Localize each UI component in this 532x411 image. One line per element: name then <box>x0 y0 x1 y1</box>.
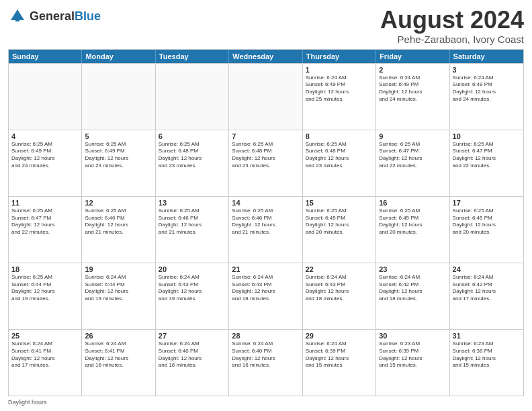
cal-cell: 4Sunrise: 6:25 AM Sunset: 6:49 PM Daylig… <box>9 130 82 196</box>
header-cell-tuesday: Tuesday <box>156 50 229 63</box>
logo-general: General <box>30 9 75 23</box>
cal-cell: 16Sunrise: 6:25 AM Sunset: 6:45 PM Dayli… <box>376 197 449 263</box>
logo-icon <box>8 7 27 26</box>
cell-text: Sunrise: 6:25 AM Sunset: 6:48 PM Dayligh… <box>232 141 299 170</box>
cal-cell: 11Sunrise: 6:25 AM Sunset: 6:47 PM Dayli… <box>9 197 82 263</box>
day-number: 1 <box>306 66 373 74</box>
cal-row-3: 18Sunrise: 6:25 AM Sunset: 6:44 PM Dayli… <box>9 263 523 329</box>
day-number: 21 <box>232 265 299 273</box>
logo: GeneralBlue <box>8 7 101 26</box>
day-number: 30 <box>379 332 446 340</box>
day-number: 25 <box>11 332 79 340</box>
day-number: 8 <box>306 132 373 140</box>
day-number: 27 <box>159 332 226 340</box>
day-number: 23 <box>379 265 446 273</box>
cal-cell: 13Sunrise: 6:25 AM Sunset: 6:46 PM Dayli… <box>156 197 229 263</box>
main-title: August 2024 <box>380 7 524 34</box>
header-cell-wednesday: Wednesday <box>229 50 302 63</box>
day-number: 17 <box>453 199 521 207</box>
cal-cell <box>229 64 302 130</box>
cell-text: Sunrise: 6:25 AM Sunset: 6:49 PM Dayligh… <box>11 141 79 170</box>
cell-text: Sunrise: 6:25 AM Sunset: 6:46 PM Dayligh… <box>159 208 226 236</box>
day-number: 18 <box>11 265 79 273</box>
cal-cell: 10Sunrise: 6:25 AM Sunset: 6:47 PM Dayli… <box>450 130 523 196</box>
cell-text: Sunrise: 6:24 AM Sunset: 6:40 PM Dayligh… <box>159 340 226 369</box>
cal-cell: 26Sunrise: 6:24 AM Sunset: 6:41 PM Dayli… <box>82 330 155 396</box>
day-number: 24 <box>453 265 521 273</box>
cal-cell: 22Sunrise: 6:24 AM Sunset: 6:43 PM Dayli… <box>303 263 376 329</box>
cal-cell: 28Sunrise: 6:24 AM Sunset: 6:40 PM Dayli… <box>229 330 302 396</box>
cal-cell <box>156 64 229 130</box>
cal-cell: 27Sunrise: 6:24 AM Sunset: 6:40 PM Dayli… <box>156 330 229 396</box>
cell-text: Sunrise: 6:23 AM Sunset: 6:38 PM Dayligh… <box>453 340 521 369</box>
cal-row-1: 4Sunrise: 6:25 AM Sunset: 6:49 PM Daylig… <box>9 130 523 196</box>
day-number: 3 <box>453 66 521 74</box>
cal-cell: 30Sunrise: 6:23 AM Sunset: 6:39 PM Dayli… <box>376 330 449 396</box>
title-section: August 2024 Pehe-Zarabaon, Ivory Coast <box>380 7 524 45</box>
day-number: 5 <box>85 132 152 140</box>
cell-text: Sunrise: 6:23 AM Sunset: 6:39 PM Dayligh… <box>379 340 446 369</box>
day-number: 7 <box>232 132 299 140</box>
day-number: 16 <box>379 199 446 207</box>
day-number: 9 <box>379 132 446 140</box>
cal-cell: 17Sunrise: 6:25 AM Sunset: 6:45 PM Dayli… <box>450 197 523 263</box>
header-cell-thursday: Thursday <box>303 50 376 63</box>
cal-cell: 2Sunrise: 6:24 AM Sunset: 6:49 PM Daylig… <box>376 64 449 130</box>
day-number: 20 <box>159 265 226 273</box>
cell-text: Sunrise: 6:25 AM Sunset: 6:45 PM Dayligh… <box>379 208 446 236</box>
calendar-header: SundayMondayTuesdayWednesdayThursdayFrid… <box>9 50 523 63</box>
cal-cell: 14Sunrise: 6:25 AM Sunset: 6:46 PM Dayli… <box>229 197 302 263</box>
cell-text: Sunrise: 6:24 AM Sunset: 6:41 PM Dayligh… <box>11 340 79 369</box>
day-number: 13 <box>159 199 226 207</box>
cal-cell: 1Sunrise: 6:24 AM Sunset: 6:49 PM Daylig… <box>303 64 376 130</box>
cell-text: Sunrise: 6:25 AM Sunset: 6:45 PM Dayligh… <box>306 208 373 236</box>
footer: Daylight hours <box>8 399 524 406</box>
day-number: 22 <box>306 265 373 273</box>
cal-cell: 7Sunrise: 6:25 AM Sunset: 6:48 PM Daylig… <box>229 130 302 196</box>
svg-rect-1 <box>15 16 19 21</box>
logo-blue: Blue <box>75 9 101 23</box>
cal-cell: 3Sunrise: 6:24 AM Sunset: 6:49 PM Daylig… <box>450 64 523 130</box>
day-number: 28 <box>232 332 299 340</box>
header-cell-sunday: Sunday <box>9 50 82 63</box>
cal-cell: 12Sunrise: 6:25 AM Sunset: 6:46 PM Dayli… <box>82 197 155 263</box>
day-number: 6 <box>159 132 226 140</box>
cell-text: Sunrise: 6:25 AM Sunset: 6:45 PM Dayligh… <box>453 208 521 236</box>
cal-cell: 6Sunrise: 6:25 AM Sunset: 6:48 PM Daylig… <box>156 130 229 196</box>
day-number: 29 <box>306 332 373 340</box>
cell-text: Sunrise: 6:24 AM Sunset: 6:49 PM Dayligh… <box>379 75 446 103</box>
day-number: 15 <box>306 199 373 207</box>
cal-cell: 19Sunrise: 6:24 AM Sunset: 6:44 PM Dayli… <box>82 263 155 329</box>
cal-cell <box>9 64 82 130</box>
cell-text: Sunrise: 6:25 AM Sunset: 6:47 PM Dayligh… <box>453 141 521 170</box>
cal-row-2: 11Sunrise: 6:25 AM Sunset: 6:47 PM Dayli… <box>9 196 523 263</box>
cell-text: Sunrise: 6:25 AM Sunset: 6:48 PM Dayligh… <box>159 141 226 170</box>
day-number: 4 <box>11 132 79 140</box>
cal-cell: 8Sunrise: 6:25 AM Sunset: 6:48 PM Daylig… <box>303 130 376 196</box>
cal-cell: 21Sunrise: 6:24 AM Sunset: 6:43 PM Dayli… <box>229 263 302 329</box>
cell-text: Sunrise: 6:24 AM Sunset: 6:43 PM Dayligh… <box>159 274 226 303</box>
cal-cell: 31Sunrise: 6:23 AM Sunset: 6:38 PM Dayli… <box>450 330 523 396</box>
cell-text: Sunrise: 6:24 AM Sunset: 6:42 PM Dayligh… <box>453 274 521 303</box>
cell-text: Sunrise: 6:25 AM Sunset: 6:44 PM Dayligh… <box>11 274 79 303</box>
cal-cell: 20Sunrise: 6:24 AM Sunset: 6:43 PM Dayli… <box>156 263 229 329</box>
cell-text: Sunrise: 6:25 AM Sunset: 6:46 PM Dayligh… <box>85 208 152 236</box>
cell-text: Sunrise: 6:25 AM Sunset: 6:48 PM Dayligh… <box>306 141 373 170</box>
cal-cell: 29Sunrise: 6:24 AM Sunset: 6:39 PM Dayli… <box>303 330 376 396</box>
day-number: 2 <box>379 66 446 74</box>
cal-cell: 9Sunrise: 6:25 AM Sunset: 6:47 PM Daylig… <box>376 130 449 196</box>
cell-text: Sunrise: 6:24 AM Sunset: 6:42 PM Dayligh… <box>379 274 446 303</box>
cal-cell: 15Sunrise: 6:25 AM Sunset: 6:45 PM Dayli… <box>303 197 376 263</box>
header-cell-monday: Monday <box>82 50 155 63</box>
top-section: GeneralBlue August 2024 Pehe-Zarabaon, I… <box>8 7 524 45</box>
cell-text: Sunrise: 6:24 AM Sunset: 6:43 PM Dayligh… <box>306 274 373 303</box>
day-number: 26 <box>85 332 152 340</box>
page: GeneralBlue August 2024 Pehe-Zarabaon, I… <box>0 0 532 411</box>
cell-text: Sunrise: 6:25 AM Sunset: 6:47 PM Dayligh… <box>379 141 446 170</box>
cal-cell: 23Sunrise: 6:24 AM Sunset: 6:42 PM Dayli… <box>376 263 449 329</box>
cell-text: Sunrise: 6:24 AM Sunset: 6:49 PM Dayligh… <box>306 75 373 103</box>
cal-cell: 25Sunrise: 6:24 AM Sunset: 6:41 PM Dayli… <box>9 330 82 396</box>
cell-text: Sunrise: 6:24 AM Sunset: 6:41 PM Dayligh… <box>85 340 152 369</box>
calendar: SundayMondayTuesdayWednesdayThursdayFrid… <box>8 49 524 396</box>
cell-text: Sunrise: 6:24 AM Sunset: 6:49 PM Dayligh… <box>453 75 521 103</box>
